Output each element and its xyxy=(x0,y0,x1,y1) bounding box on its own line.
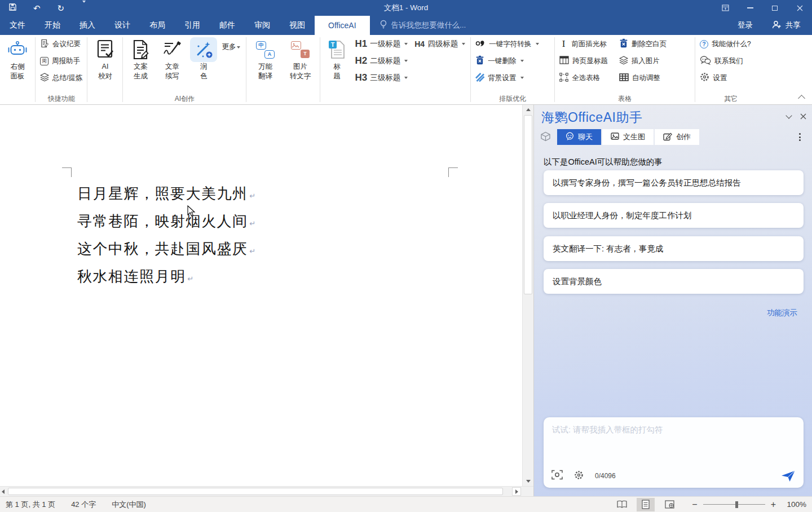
zoom-percentage[interactable]: 100% xyxy=(782,500,806,509)
document-page[interactable]: 日月星辉，照要大美九州↵ 寻常巷陌，映射烟火人间↵ 这个中秋，共赴国风盛厌↵ 秋… xyxy=(0,105,522,486)
tab-mailings[interactable]: 邮件 xyxy=(210,16,245,35)
insert-image-button[interactable]: 插入图片 xyxy=(616,52,670,69)
suggestion-card[interactable]: 设置背景颜色 xyxy=(544,269,804,294)
group-label: 快捷功能 xyxy=(37,94,85,104)
insert-cursor-before-button[interactable]: I 前面插光标 xyxy=(557,36,611,52)
repeat-header-rows-button[interactable]: 跨页显标题 xyxy=(557,52,611,69)
suggestion-card[interactable]: 以职业经理人身份，制定年度工作计划 xyxy=(544,203,804,228)
heading1-button[interactable]: H1一级标题 xyxy=(351,36,411,52)
tab-layout[interactable]: 布局 xyxy=(140,16,175,35)
tab-file[interactable]: 文件 xyxy=(0,16,35,35)
tab-view[interactable]: 视图 xyxy=(280,16,315,35)
what-can-i-do-button[interactable]: ? 我能做什么? xyxy=(697,36,753,52)
undo-icon[interactable]: ↶ xyxy=(33,4,41,12)
window-controls xyxy=(713,0,812,16)
send-button[interactable] xyxy=(781,470,796,482)
tab-review[interactable]: 审阅 xyxy=(245,16,280,35)
panel-menu-icon[interactable] xyxy=(799,133,806,141)
copywriting-button[interactable]: 文案 生成 xyxy=(125,36,156,81)
tab-chat[interactable]: 聊天 xyxy=(557,129,601,145)
login-button[interactable]: 登录 xyxy=(738,20,753,30)
zoom-out-button[interactable]: − xyxy=(692,500,697,509)
group-table: I 前面插光标 跨页显标题 全选表格 删除空白页 xyxy=(555,35,695,104)
paragraph-mark: ↵ xyxy=(250,219,256,228)
tab-home[interactable]: 开始 xyxy=(35,16,70,35)
robot-icon xyxy=(7,37,28,62)
zoom-slider-thumb[interactable] xyxy=(735,501,738,508)
meeting-minutes-button[interactable]: 会议纪要 xyxy=(37,36,85,52)
tab-create[interactable]: 创作 xyxy=(655,129,699,145)
horizontal-scroll-thumb[interactable] xyxy=(8,488,503,495)
ai-proofread-button[interactable]: AI 校对 xyxy=(89,36,121,81)
translate-icon: 中A xyxy=(256,37,275,62)
image-to-text-button[interactable]: T 图片 转文字 xyxy=(282,36,318,81)
auto-fit-button[interactable]: 自动调整 xyxy=(616,69,670,86)
scroll-right-icon[interactable] xyxy=(512,487,521,496)
web-layout-icon[interactable] xyxy=(660,498,678,511)
doc-line[interactable]: 日月星辉，照要大美九州↵ xyxy=(77,184,255,204)
settings-button[interactable]: 设置 xyxy=(697,69,753,86)
screenshot-icon[interactable] xyxy=(551,470,563,482)
tab-design[interactable]: 设计 xyxy=(105,16,140,35)
tell-me-box[interactable]: 告诉我您想要做什么... xyxy=(380,16,466,35)
minimize-button[interactable] xyxy=(738,0,762,16)
tab-insert[interactable]: 插入 xyxy=(70,16,105,35)
polish-button[interactable]: 润 色 xyxy=(188,36,219,81)
side-panel-button[interactable]: 右侧 面板 xyxy=(2,36,33,81)
officeai-assistant-panel: 海鹦OfficeAI助手 聊天 文生图 创作 以下是OfficeAI可以帮助您做… xyxy=(533,105,812,496)
contact-us-button[interactable]: 联系我们 xyxy=(697,52,753,69)
share-button[interactable]: 共享 xyxy=(772,20,801,30)
page-indicator[interactable]: 第 1 页, 共 1 页 xyxy=(6,500,55,510)
language-indicator[interactable]: 中文(中国) xyxy=(112,500,146,510)
suggestion-card[interactable]: 以撰写专家身份，撰写一篇公务员转正思想总结报告 xyxy=(544,170,804,195)
input-settings-gear-icon[interactable] xyxy=(574,470,584,482)
doc-line[interactable]: 寻常巷陌，映射烟火人间↵ xyxy=(77,211,255,231)
zoom-in-button[interactable]: + xyxy=(771,500,776,509)
vertical-scrollbar[interactable] xyxy=(522,105,533,486)
heading4-button[interactable]: H4四级标题 xyxy=(411,36,469,52)
tab-officeai[interactable]: OfficeAI xyxy=(315,16,370,35)
ribbon-display-options-icon[interactable] xyxy=(713,0,738,16)
heading2-button[interactable]: H2二级标题 xyxy=(351,52,411,69)
one-click-delete-button[interactable]: 一键删除 xyxy=(473,52,542,69)
title-doc-icon: T xyxy=(328,37,346,62)
doc-line[interactable]: 秋水相连照月明↵ xyxy=(77,267,193,286)
zoom-slider[interactable] xyxy=(703,504,765,505)
panel-close-icon[interactable] xyxy=(800,112,806,122)
delete-blank-page-button[interactable]: 删除空白页 xyxy=(616,36,670,52)
universal-translate-button[interactable]: 中A 万能 翻译 xyxy=(248,36,282,81)
char-convert-button[interactable]: 一键字符转换 xyxy=(473,36,542,52)
margin-crop-mark-left xyxy=(62,167,72,177)
cube-icon[interactable] xyxy=(540,131,551,143)
heading-style-button[interactable]: T 标 题 xyxy=(322,36,351,81)
feature-demo-link[interactable]: 功能演示 xyxy=(767,308,797,318)
share-person-icon xyxy=(772,20,782,30)
tab-references[interactable]: 引用 xyxy=(175,16,210,35)
more-dropdown[interactable]: 更多 xyxy=(222,42,240,52)
continue-writing-button[interactable]: 文章 续写 xyxy=(156,36,188,81)
summarize-button[interactable]: 总结/提炼 xyxy=(37,69,85,86)
weekly-report-button[interactable]: 周 周报助手 xyxy=(37,52,85,69)
wechat-icon xyxy=(700,56,711,67)
print-layout-icon[interactable] xyxy=(637,498,655,511)
customize-toolbar-icon[interactable] xyxy=(81,3,86,13)
suggestion-card[interactable]: 英文翻译一下: 有志者，事竟成 xyxy=(544,236,804,261)
word-count[interactable]: 42 个字 xyxy=(71,500,96,510)
doc-line[interactable]: 这个中秋，共赴国风盛厌↵ xyxy=(77,239,255,259)
vertical-scroll-thumb[interactable] xyxy=(524,115,532,294)
close-button[interactable] xyxy=(787,0,812,16)
maximize-button[interactable] xyxy=(762,0,787,16)
heading3-button[interactable]: H3三级标题 xyxy=(351,69,411,86)
select-whole-table-button[interactable]: 全选表格 xyxy=(557,69,611,86)
panel-dropdown-icon[interactable] xyxy=(785,112,792,118)
scroll-left-icon[interactable] xyxy=(0,487,7,496)
redo-icon[interactable]: ↻ xyxy=(58,4,65,12)
read-mode-icon[interactable] xyxy=(613,498,631,511)
save-icon[interactable] xyxy=(9,3,16,13)
chat-input[interactable] xyxy=(544,417,804,461)
horizontal-scrollbar[interactable] xyxy=(0,486,533,496)
scroll-down-icon[interactable] xyxy=(523,476,533,486)
scroll-up-icon[interactable] xyxy=(523,105,533,114)
tab-text-to-image[interactable]: 文生图 xyxy=(602,129,654,145)
background-settings-button[interactable]: 背景设置 xyxy=(473,69,542,86)
